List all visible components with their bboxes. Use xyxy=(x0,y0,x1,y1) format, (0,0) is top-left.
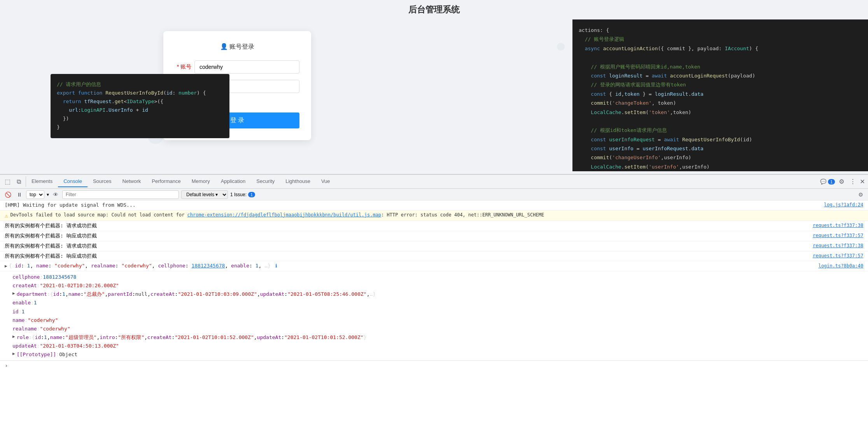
line2-source[interactable]: request.ts?f337:57 xyxy=(805,232,863,239)
prop-id: id: 1 xyxy=(5,308,863,316)
device-icon[interactable]: ⧉ xyxy=(15,177,23,187)
page-title-text: 后台管理系统 xyxy=(408,5,460,14)
prop-cellphone: cellphone: 18812345678 xyxy=(5,273,863,281)
devtools-tabs: Elements Console Sources Network Perform… xyxy=(26,176,820,187)
object-tree: cellphone: 18812345678 createAt: "2021-0… xyxy=(0,271,868,360)
console-line-hmr: [HMR] Waiting for update signal from WDS… xyxy=(0,200,868,211)
devtools-panel: ⬚ ⧉ Elements Console Sources Network Per… xyxy=(0,174,868,427)
tab-network[interactable]: Network xyxy=(117,176,147,187)
prop-createAt: createAt: "2021-01-02T10:20:26.000Z" xyxy=(5,281,863,290)
line4-text: 所有的实例都有个拦截器: 响应成功拦截 xyxy=(5,252,805,260)
level-select[interactable]: Default levels ▾ xyxy=(181,190,228,199)
inspect-icon[interactable]: ⬚ xyxy=(3,176,12,187)
chat-badge: 💬 1 xyxy=(820,179,835,185)
console-line-1: 所有的实例都有个拦截器: 请求成功拦截 request.ts?f337:38 xyxy=(0,221,868,231)
tab-memory[interactable]: Memory xyxy=(186,176,215,187)
error-link[interactable]: chrome-extension://fdjdagdleflfboljmaaob… xyxy=(187,212,382,218)
line1-source[interactable]: request.ts?f337:38 xyxy=(805,222,863,229)
prop-updateAt: updateAt: "2021-01-03T04:50:13.000Z" xyxy=(5,342,863,350)
tab-lighthouse[interactable]: Lighthouse xyxy=(280,176,316,187)
line3-source[interactable]: request.ts?f337:38 xyxy=(805,242,863,250)
chat-count: 1 xyxy=(828,179,835,185)
hmr-source[interactable]: log.js?1afd:24 xyxy=(816,201,863,209)
close-devtools-button[interactable]: ✕ xyxy=(860,178,865,185)
devtools-right-icons: 💬 1 ⚙ ⋮ ✕ xyxy=(820,176,868,187)
line4-source[interactable]: request.ts?f337:57 xyxy=(805,252,863,260)
info-icon[interactable]: ℹ xyxy=(275,263,277,269)
console-toolbar: 🚫 ⏸ top ▾ 👁 Default levels ▾ 1 Issue: 1 … xyxy=(0,189,868,200)
prop-enable: enable: 1 xyxy=(5,299,863,307)
tab-elements[interactable]: Elements xyxy=(26,176,58,187)
username-label: * 账号 xyxy=(175,63,194,70)
issue-badge: 1 Issue: 1 xyxy=(230,192,255,197)
console-prompt: › xyxy=(0,360,868,370)
object-source[interactable]: login.ts?8b0a:40 xyxy=(810,262,863,270)
warning-text: DevTools failed to load source map: Coul… xyxy=(10,211,856,219)
tab-vue[interactable]: Vue xyxy=(316,176,336,187)
prop-department: ▶ department: {id: 1, name: "总裁办", paren… xyxy=(5,290,863,299)
code-snippet-left: // 请求用户的信息 export function RequestUserIn… xyxy=(51,74,229,138)
tab-sources[interactable]: Sources xyxy=(88,176,117,187)
devtools-icon-group: ⬚ ⧉ xyxy=(0,176,26,187)
expand-arrow-main[interactable]: ▶ xyxy=(5,263,7,270)
user-icon: 👤 xyxy=(220,43,228,50)
console-line-3: 所有的实例都有个拦截器: 请求成功拦截 request.ts?f337:38 xyxy=(0,241,868,251)
filter-input[interactable] xyxy=(62,190,179,199)
tab-application[interactable]: Application xyxy=(215,176,251,187)
clear-console-button[interactable]: 🚫 xyxy=(3,191,13,199)
tab-console[interactable]: Console xyxy=(58,176,88,187)
prop-role: ▶ role: {id: 1, name: "超级管理员", intro: "所… xyxy=(5,333,863,342)
username-input[interactable] xyxy=(194,60,299,74)
pause-button[interactable]: ⏸ xyxy=(15,191,24,199)
username-row: * 账号 xyxy=(175,60,299,74)
console-settings-icon[interactable]: ⚙ xyxy=(857,191,865,199)
prompt-arrow: › xyxy=(5,362,8,369)
console-line-object: ▶ { id: 1, name: "coderwhy", realname: "… xyxy=(0,261,868,271)
login-title: 👤 账号登录 xyxy=(175,43,299,51)
context-select[interactable]: top xyxy=(26,190,44,199)
line1-text: 所有的实例都有个拦截器: 请求成功拦截 xyxy=(5,222,805,230)
settings-icon[interactable]: ⚙ xyxy=(837,176,846,187)
hmr-text: [HMR] Waiting for update signal from WDS… xyxy=(5,201,816,209)
tab-security[interactable]: Security xyxy=(251,176,280,187)
issue-count: 1 xyxy=(248,192,255,197)
expand-prototype[interactable]: ▶ xyxy=(12,350,15,358)
prop-prototype: ▶ [[Prototype]]: Object xyxy=(5,350,863,359)
expand-role[interactable]: ▶ xyxy=(12,333,15,341)
warning-icon: ⚠ xyxy=(5,211,8,220)
console-content: [HMR] Waiting for update signal from WDS… xyxy=(0,200,868,427)
bg-circle-4 xyxy=(557,43,565,51)
tab-performance[interactable]: Performance xyxy=(146,176,186,187)
issue-label: 1 Issue: xyxy=(230,192,247,197)
eye-icon[interactable]: 👁 xyxy=(51,191,60,199)
page-title: 后台管理系统 xyxy=(0,0,868,19)
devtools-toolbar: ⬚ ⧉ Elements Console Sources Network Per… xyxy=(0,175,868,189)
line3-text: 所有的实例都有个拦截器: 请求成功拦截 xyxy=(5,242,805,250)
line2-text: 所有的实例都有个拦截器: 响应成功拦截 xyxy=(5,232,805,240)
prop-realname: realname: "coderwhy" xyxy=(5,325,863,333)
console-input[interactable] xyxy=(11,363,863,369)
expand-department[interactable]: ▶ xyxy=(12,290,15,297)
console-line-4: 所有的实例都有个拦截器: 响应成功拦截 request.ts?f337:57 xyxy=(0,251,868,262)
console-line-2: 所有的实例都有个拦截器: 响应成功拦截 request.ts?f337:57 xyxy=(0,231,868,241)
more-icon[interactable]: ⋮ xyxy=(848,176,858,187)
code-editor-right: actions: { // 账号登录逻辑 async accountLoginA… xyxy=(572,19,868,171)
object-summary: { id: 1, name: "coderwhy", realname: "co… xyxy=(9,262,811,270)
login-title-text: 账号登录 xyxy=(229,43,254,50)
console-line-warning: ⚠ DevTools failed to load source map: Co… xyxy=(0,211,868,221)
prop-name: name: "coderwhy" xyxy=(5,316,863,325)
